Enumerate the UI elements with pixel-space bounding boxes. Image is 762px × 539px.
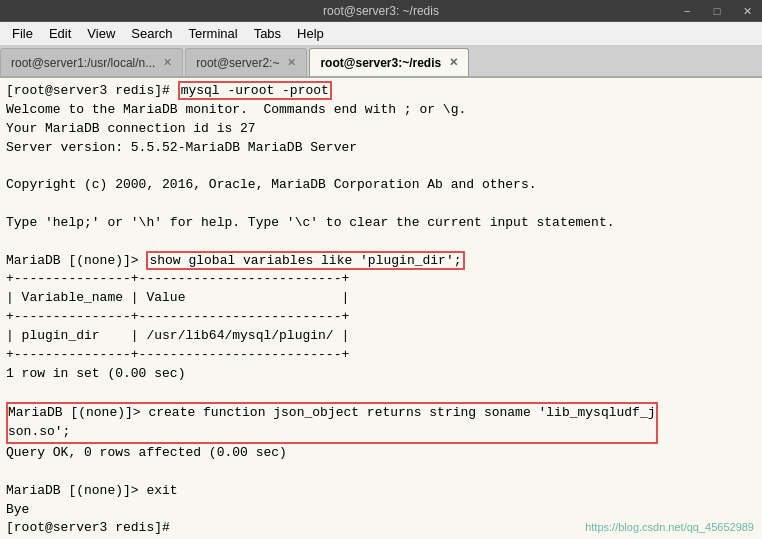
prompt-2: MariaDB [(none)]> [6,253,146,268]
table-row-plugin: | plugin_dir | /usr/lib64/mysql/plugin/ … [6,327,756,346]
table-sep1: +---------------+-----------------------… [6,270,756,289]
prompt-3: MariaDB [(none)]> [8,405,148,420]
close-button[interactable]: ✕ [732,0,762,22]
title-bar: root@server3: ~/redis − □ ✕ [0,0,762,22]
tab-server3-close[interactable]: ✕ [449,56,458,69]
terminal-line-welcome: Welcome to the MariaDB monitor. Commands… [6,101,756,120]
prompt-4: MariaDB [(none)]> exit [6,483,178,498]
command-2: show global variables like 'plugin_dir'; [146,251,464,270]
menu-tabs[interactable]: Tabs [246,24,289,43]
tab-server3-label: root@server3:~/redis [320,56,441,70]
menu-file[interactable]: File [4,24,41,43]
tab-server2-label: root@server2:~ [196,56,279,70]
tab-server1-close[interactable]: ✕ [163,56,172,69]
menu-edit[interactable]: Edit [41,24,79,43]
menu-search[interactable]: Search [123,24,180,43]
terminal-queryok: Query OK, 0 rows affected (0.00 sec) [6,444,756,463]
tab-server1-label: root@server1:/usr/local/n... [11,56,155,70]
terminal-line-version: Server version: 5.5.52-MariaDB MariaDB S… [6,139,756,158]
prompt-1: [root@server3 redis]# [6,83,178,98]
table-header: | Variable_name | Value | [6,289,756,308]
table-sep2: +---------------+-----------------------… [6,308,756,327]
menu-terminal[interactable]: Terminal [181,24,246,43]
watermark: https://blog.csdn.net/qq_45652989 [585,521,754,533]
terminal-blank4 [6,384,756,403]
terminal-line-help: Type 'help;' or '\h' for help. Type '\c'… [6,214,756,233]
terminal-line-1: [root@server3 redis]# mysql -uroot -proo… [6,82,756,101]
tab-server2[interactable]: root@server2:~ ✕ [185,48,307,76]
terminal-bye: Bye [6,501,756,520]
tab-bar: root@server1:/usr/local/n... ✕ root@serv… [0,46,762,78]
maximize-button[interactable]: □ [702,0,732,22]
terminal-line-blank1 [6,157,756,176]
terminal-line-query1: MariaDB [(none)]> show global variables … [6,252,756,271]
tab-server3[interactable]: root@server3:~/redis ✕ [309,48,469,76]
menu-view[interactable]: View [79,24,123,43]
table-sep3: +---------------+-----------------------… [6,346,756,365]
terminal-line-copyright: Copyright (c) 2000, 2016, Oracle, MariaD… [6,176,756,195]
window-title: root@server3: ~/redis [323,4,439,18]
terminal-blank5 [6,463,756,482]
terminal-rowinfo: 1 row in set (0.00 sec) [6,365,756,384]
menu-help[interactable]: Help [289,24,332,43]
terminal-line-blank3 [6,233,756,252]
terminal-exit: MariaDB [(none)]> exit [6,482,756,501]
menu-bar: File Edit View Search Terminal Tabs Help [0,22,762,46]
tab-server2-close[interactable]: ✕ [287,56,296,69]
terminal-line-create2: son.so'; [8,423,656,442]
terminal-line-blank2 [6,195,756,214]
command-3-box: MariaDB [(none)]> create function json_o… [6,402,658,444]
window-controls: − □ ✕ [672,0,762,22]
tab-server1[interactable]: root@server1:/usr/local/n... ✕ [0,48,183,76]
minimize-button[interactable]: − [672,0,702,22]
terminal-line-create1: MariaDB [(none)]> create function json_o… [8,404,656,423]
command-1: mysql -uroot -proot [178,81,332,100]
command-3a: create function json_object returns stri… [148,405,655,420]
terminal-line-connid: Your MariaDB connection id is 27 [6,120,756,139]
terminal: [root@server3 redis]# mysql -uroot -proo… [0,78,762,539]
